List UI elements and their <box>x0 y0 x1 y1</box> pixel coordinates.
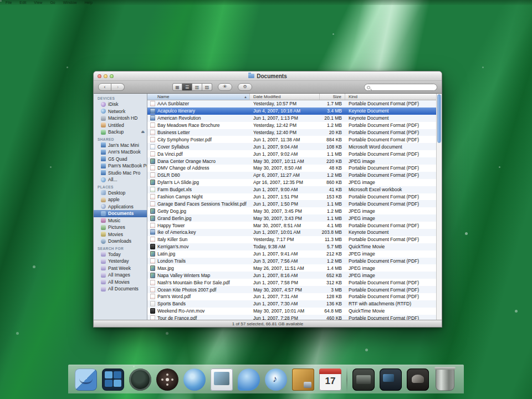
dock-icon-shake[interactable] <box>407 369 429 391</box>
sidebar-item-ann-s-macbook[interactable]: Ann's MacBook <box>94 149 147 156</box>
table-row[interactable]: Dylan's LA Slide.jpgApr 16, 2007, 12:35 … <box>147 179 436 186</box>
column-header-name[interactable]: Name ▲ <box>147 94 250 100</box>
action-menu-button[interactable]: ⚙︎ <box>238 83 252 91</box>
table-row[interactable]: Da Vinci.pdfJun 1, 2007, 9:02 AM1.1 MBPo… <box>147 150 436 157</box>
menu-item-help[interactable]: Help <box>85 1 93 5</box>
table-row[interactable]: Bay Meadows Race BrochureYesterday, 12:4… <box>147 122 436 129</box>
sidebar-item-today[interactable]: Today <box>94 251 147 258</box>
table-row[interactable]: American RevolutionJun 1, 2007, 1:13 PM2… <box>147 115 436 122</box>
sidebar-item-apple[interactable]: apple <box>94 196 147 203</box>
table-row[interactable]: Acapulco ItineraryJun 4, 2007, 10:18 AM3… <box>147 108 436 115</box>
sidebar-item-studio-mac-pro[interactable]: Studio Mac Pro <box>94 170 147 177</box>
sidebar-item-documents[interactable]: Documents <box>94 210 147 217</box>
dock-icon-trash[interactable] <box>436 369 454 391</box>
sidebar-item-pictures[interactable]: Pictures <box>94 224 147 231</box>
dock-icon-finder[interactable] <box>75 369 97 391</box>
table-row[interactable]: Garage Band Faces Sessions Tracklist.pdf… <box>147 200 436 207</box>
scrollbar-thumb[interactable] <box>437 94 441 143</box>
minimize-button[interactable] <box>104 74 108 78</box>
sidebar-item-applications[interactable]: Applications <box>94 203 147 211</box>
dock-icon-logic-pro[interactable] <box>380 369 402 391</box>
column-header-size[interactable]: Size <box>320 94 345 100</box>
table-row[interactable]: City Symphony Poster.pdfJun 1, 2007, 11:… <box>147 136 436 143</box>
sidebar-item-jan-s-mac-mini[interactable]: Jan's Mac Mini <box>94 142 147 149</box>
table-row[interactable]: Kerrigan's.movToday, 9:38 AM5.7 MBQuickT… <box>147 243 436 250</box>
table-row[interactable]: Sports BandsJun 1, 2007, 7:30 AM136 KBRT… <box>147 300 436 308</box>
list-view-button[interactable]: ☰ <box>182 83 192 91</box>
table-row[interactable]: Grand Berlin.jpgMay 30, 2007, 3:43 PM1.1… <box>147 214 436 222</box>
forward-button[interactable]: › <box>111 83 125 91</box>
table-row[interactable]: London TrailsJun 3, 2007, 7:56 AM1.2 MBP… <box>147 258 436 265</box>
sidebar-item-untitled[interactable]: Untitled <box>94 122 147 129</box>
sidebar-item-all-documents[interactable]: All Documents <box>94 285 147 293</box>
sidebar-item-desktop[interactable]: Desktop <box>94 190 147 197</box>
table-row[interactable]: Napa Valley Winters MapJun 1, 2007, 8:16… <box>147 272 436 279</box>
table-row[interactable]: Latin.jpgJun 1, 2007, 9:41 AM212 KBJPEG … <box>147 250 436 258</box>
table-row[interactable]: Tour de France.pdfJun 1, 2007, 7:28 PM46… <box>147 315 436 320</box>
dock-icon-ichat[interactable] <box>238 369 260 391</box>
sidebar-item-macintosh-hd[interactable]: Macintosh HD <box>94 115 147 122</box>
column-view-button[interactable]: ▥ <box>192 83 202 91</box>
sidebar-item-network[interactable]: Network <box>94 108 147 115</box>
dock-icon-itunes[interactable] <box>265 369 287 391</box>
dock-icon-ical[interactable]: 17 <box>319 369 341 391</box>
menu-item-file[interactable]: File <box>6 1 12 5</box>
close-button[interactable] <box>98 74 101 78</box>
sidebar-item-past-week[interactable]: Past Week <box>94 265 147 272</box>
dock-icon-spaces[interactable] <box>102 369 124 391</box>
sidebar-item-label: Music <box>108 218 120 223</box>
sidebar-item-movies[interactable]: Movies <box>94 231 147 238</box>
quicklook-button[interactable]: 👁︎ <box>218 83 232 91</box>
table-row[interactable]: Italy Killer SunYesterday, 7:17 PM11.3 M… <box>147 236 436 243</box>
table-row[interactable]: Dana Center Orange MacroMay 30, 2007, 10… <box>147 157 436 165</box>
zoom-button[interactable] <box>110 74 114 78</box>
menu-item-edit[interactable]: Edit <box>19 1 26 5</box>
dock-icon-dashboard[interactable] <box>129 369 151 391</box>
file-kind: Portable Document Format (PDF) <box>345 223 436 228</box>
sidebar-item-downloads[interactable]: Downloads <box>94 238 147 245</box>
sidebar-item-g5-quad[interactable]: G5 Quad <box>94 156 147 163</box>
table-row[interactable]: Fashion Camps NightJun 1, 2007, 1:51 PM1… <box>147 193 436 201</box>
sidebar-item-music[interactable]: Music <box>94 217 147 224</box>
table-row[interactable]: Business LetterYesterday, 12:40 PM20 KBP… <box>147 129 436 136</box>
back-button[interactable]: ‹ <box>98 83 111 91</box>
table-row[interactable]: Happy TowerMar 30, 2007, 8:51 AM4.1 MBPo… <box>147 222 436 229</box>
table-row[interactable]: Pam's Word.pdfJun 1, 2007, 7:31 AM128 KB… <box>147 293 436 300</box>
table-row[interactable]: Ike of America.keyJun 1, 2007, 10:01 AM2… <box>147 229 436 236</box>
sidebar-item-all-movies[interactable]: All Movies <box>94 279 147 286</box>
table-row[interactable]: DMV Change of AddressMay 30, 2007, 8:50 … <box>147 165 436 172</box>
table-row[interactable]: AAA SunblazerYesterday, 10:57 PM1.7 MBPo… <box>147 100 436 108</box>
dock-icon-aperture[interactable] <box>156 369 178 391</box>
dock-icon-preview[interactable] <box>211 369 233 391</box>
sidebar-item-all-[interactable]: All... <box>94 176 147 183</box>
file-name: Nash's Mountain Bike For Sale.pdf <box>157 280 230 285</box>
search-input[interactable] <box>372 85 434 90</box>
menu-item-window[interactable]: Window <box>63 1 77 5</box>
file-date-modified: Jun 1, 2007, 9:41 AM <box>250 251 320 257</box>
sidebar-item-backup[interactable]: Backup⏏ <box>94 129 147 136</box>
icon-view-button[interactable]: ▦ <box>172 83 182 91</box>
table-row[interactable]: Cover SyllabusJun 1, 2007, 9:04 AM108 KB… <box>147 143 436 150</box>
table-row[interactable]: Getty Dog.jpgMay 30, 2007, 3:45 PM1.2 MB… <box>147 207 436 214</box>
table-row[interactable]: Ocean Kite Photos 2007.pdfMay 30, 2007, … <box>147 286 436 293</box>
dock-icon-iphoto[interactable] <box>292 369 314 391</box>
table-row[interactable]: DSLR D80Apr 6, 2007, 11:27 AM1.2 MBPorta… <box>147 172 436 179</box>
eject-icon[interactable]: ⏏ <box>141 130 145 134</box>
dock-icon-safari[interactable] <box>183 369 206 391</box>
table-row[interactable]: Max.jpgMay 26, 2007, 11:51 AM1.4 MBJPEG … <box>147 264 436 272</box>
menu-item-go[interactable]: Go <box>50 1 55 5</box>
sidebar-item-pam-s-macbook-pro[interactable]: Pam's MacBook Pro <box>94 162 147 170</box>
table-row[interactable]: Nash's Mountain Bike For Sale.pdfJun 1, … <box>147 279 436 286</box>
menu-item-view[interactable]: View <box>34 1 42 5</box>
sidebar-item-idisk[interactable]: iDisk <box>94 101 147 108</box>
vertical-scrollbar[interactable] <box>436 94 442 320</box>
dock-icon-final-cut-pro[interactable] <box>352 369 375 391</box>
window-titlebar[interactable]: Documents <box>94 71 442 81</box>
sidebar-item-yesterday[interactable]: Yesterday <box>94 258 147 265</box>
column-header-date-modified[interactable]: Date Modified <box>250 94 320 100</box>
sidebar-item-all-images[interactable]: All Images <box>94 272 147 279</box>
table-row[interactable]: Farm Budget.xlsJun 1, 2007, 9:00 AM41 KB… <box>147 186 436 193</box>
coverflow-view-button[interactable]: ▨ <box>202 83 212 91</box>
table-row[interactable]: Weekend Ro-Ann.movMay 30, 2007, 10:01 AM… <box>147 308 436 315</box>
column-header-kind[interactable]: Kind <box>345 94 436 100</box>
